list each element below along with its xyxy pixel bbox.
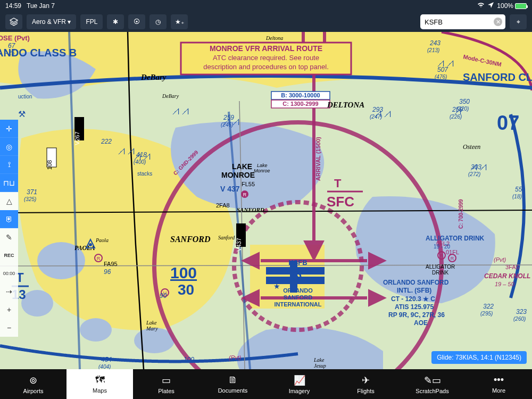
svg-text:108: 108 [46,160,53,170]
center-button[interactable]: ◎ [0,138,18,156]
svg-text:ORLANDO: ORLANDO [283,287,313,294]
svg-text:RP 9R, 9C, 27R, 36: RP 9R, 9C, 27R, 36 [388,311,445,319]
svg-text:CT - 120.3 ★ C: CT - 120.3 ★ C [391,295,435,303]
svg-text:90: 90 [160,292,167,300]
pencil-button[interactable]: ✎ [0,228,18,246]
svg-text:(400): (400) [134,159,146,165]
svg-text:Deltona: Deltona [265,35,283,41]
svg-text:ATIS 125.975: ATIS 125.975 [395,303,434,311]
timer-button[interactable]: ◷ [149,14,167,29]
route-button[interactable]: ⇢ [0,282,18,301]
svg-text:B: 3000-10000: B: 3000-10000 [281,92,320,98]
svg-text:DeBary: DeBary [162,93,179,99]
zoom-in-button[interactable]: + [0,301,18,319]
settings-button[interactable]: ✱ [107,14,124,29]
clear-icon[interactable]: ✕ [494,18,502,26]
glide-badge[interactable]: Glide: 73KIAS, 14:1 (N12345) [431,351,527,364]
airport-icon: ⊚ [29,375,37,386]
search-input[interactable]: KSFB ✕ [420,14,505,29]
svg-text:MONROE: MONROE [221,171,255,179]
svg-text:C: 1300-2999: C: 1300-2999 [282,101,318,107]
record-button[interactable]: REC [0,246,18,264]
map-icon: 🗺 [95,375,105,386]
svg-text:stacks: stacks [137,171,152,177]
tab-maps[interactable]: 🗺Maps [66,369,133,399]
svg-text:SFC: SFC [327,194,354,210]
svg-text:DRINK: DRINK [432,270,448,276]
tab-documents[interactable]: 🗎Documents [200,369,266,399]
svg-text:507: 507 [437,66,448,73]
svg-point-3 [21,290,53,317]
clock-icon: ◷ [155,18,161,26]
shield-button[interactable]: ⛨ [0,210,18,228]
svg-text:(247): (247) [370,114,382,120]
svg-text:303: 303 [471,163,481,171]
svg-text:96: 96 [104,268,111,276]
svg-text:19 - 20: 19 - 20 [434,244,451,250]
svg-text:55: 55 [515,186,522,193]
svg-text:SANFORD: SANFORD [237,206,264,213]
svg-text:(272): (272) [468,171,480,177]
svg-text:description and procedures on : description and procedures on top panel. [203,63,329,71]
svg-text:(Pvt): (Pvt) [494,256,506,263]
svg-text:(213): (213) [427,47,439,53]
tab-flights[interactable]: ✈Flights [332,369,399,399]
svg-text:(476): (476) [435,74,447,80]
search-value: KSFB [425,18,443,26]
svg-text:T: T [334,177,342,190]
map-canvas[interactable]: MONROE VFR ARRIVAL ROUTE ATC clearance r… [0,32,532,369]
svg-text:Monroe: Monroe [254,168,270,173]
ruler-button[interactable]: ⟟ [0,156,18,174]
svg-text:DeBary: DeBary [140,73,167,81]
tab-airports[interactable]: ⊚Airports [0,369,66,399]
svg-text:259: 259 [223,114,234,121]
more-icon: ••• [494,375,504,386]
battery-pct: 100% [497,2,513,10]
imagery-icon: 📈 [294,375,305,386]
svg-text:3FA5: 3FA5 [505,264,519,270]
status-date: Tue Jan 7 [27,2,55,10]
scratchpad-icon: ✎▭ [424,375,441,386]
fpl-button[interactable]: FPL [80,14,103,29]
svg-text:OSE (Pvt): OSE (Pvt) [0,34,30,42]
svg-text:454: 454 [101,356,112,363]
svg-text:CEDAR KNOLL: CEDAR KNOLL [484,272,530,280]
svg-text:243: 243 [429,39,440,47]
svg-text:SANFORD: SANFORD [284,294,312,301]
svg-point-141 [89,243,92,246]
svg-text:19 – 50: 19 – 50 [495,281,515,287]
favorite-button[interactable]: ★₊ [171,14,188,29]
attitude-button[interactable]: ⦿ [128,14,145,29]
svg-point-4 [80,318,112,342]
terrain-button[interactable]: △ [0,192,18,210]
documents-icon: 🗎 [228,375,238,386]
svg-text:INTL. (SFB): INTL. (SFB) [397,287,431,294]
svg-text:(246): (246) [221,122,233,128]
tab-scratchpads[interactable]: ✎▭ScratchPads [399,369,466,399]
tab-plates[interactable]: ▭Plates [133,369,200,399]
svg-text:07: 07 [497,112,519,134]
locate-button[interactable]: ⌖ [510,14,527,29]
zoom-out-button[interactable]: − [0,319,18,337]
profile-button[interactable]: ⊓⊔ [0,174,18,192]
svg-text:R: R [97,256,101,261]
svg-text:Lake: Lake [146,320,157,326]
svg-text:323: 323 [516,308,527,315]
svg-text:Lake: Lake [257,163,268,168]
svg-text:SANFORD: SANFORD [170,235,211,244]
svg-text:350: 350 [459,98,470,105]
svg-text:67: 67 [8,42,16,49]
svg-text:- 25: - 25 [5,50,15,56]
layers-mode-button[interactable]: Aero & VFR ▾ [27,14,76,29]
measure-button[interactable]: ✛ [0,120,18,138]
top-toolbar: Aero & VFR ▾ FPL ✱ ⦿ ◷ ★₊ KSFB ✕ ⌖ [0,12,532,32]
svg-text:100: 100 [170,264,197,281]
layers-button[interactable] [5,14,22,29]
svg-text:418: 418 [136,151,147,159]
svg-text:(Pvt): (Pvt) [229,354,242,361]
tab-more[interactable]: •••More [466,369,532,399]
svg-text:V 437: V 437 [220,185,240,193]
svg-text:30: 30 [178,281,194,298]
tab-imagery[interactable]: 📈Imagery [266,369,332,399]
compass-icon: ⦿ [134,18,140,26]
